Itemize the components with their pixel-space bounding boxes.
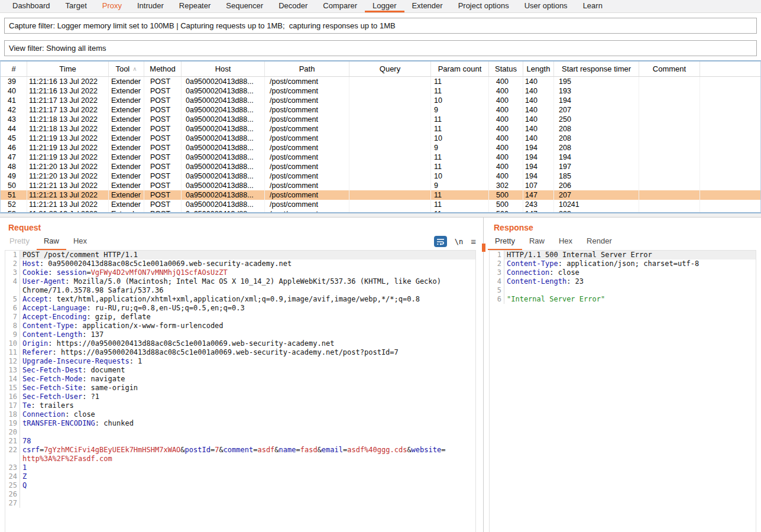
- table-row[interactable]: 5211:21:21 13 Jul 2022ExtenderPOST0a9500…: [1, 200, 760, 209]
- tab-hex[interactable]: Hex: [552, 233, 579, 250]
- request-panel: Request PrettyRawHex \n ≡ 1POST /po: [0, 218, 483, 532]
- table-cell: 243: [523, 200, 554, 209]
- table-cell: /post/comment: [265, 105, 349, 115]
- table-row[interactable]: 4111:21:17 13 Jul 2022ExtenderPOST0a9500…: [1, 96, 760, 105]
- table-cell: POST: [144, 162, 182, 171]
- newline-toggle-icon[interactable]: \n: [455, 238, 463, 246]
- table-cell: POST: [144, 124, 182, 134]
- request-editor[interactable]: 1POST /post/comment HTTP/1.12Host: 0a950…: [5, 250, 476, 532]
- menu-tab-comparer[interactable]: Comparer: [315, 0, 365, 12]
- table-cell: 0a9500020413d88...: [182, 162, 265, 171]
- editor-line: 14Sec-Fetch-Mode: navigate: [5, 375, 475, 384]
- table-cell: 400: [489, 105, 523, 115]
- table-row[interactable]: 4611:21:19 13 Jul 2022ExtenderPOST0a9500…: [1, 143, 760, 153]
- view-filter-bar[interactable]: View filter: Showing all items: [4, 40, 757, 56]
- table-cell: 140: [523, 115, 554, 124]
- table-cell: 400: [489, 96, 523, 105]
- request-tabs: PrettyRawHex \n ≡: [0, 234, 483, 250]
- column-header-param-count[interactable]: Param count: [431, 61, 489, 76]
- column-header-query[interactable]: Query: [349, 61, 431, 76]
- line-content: http%3A%2F%2Fasdf.com: [20, 455, 475, 463]
- column-header-path[interactable]: Path: [265, 61, 349, 76]
- menu-tab-logger[interactable]: Logger: [365, 0, 404, 12]
- table-cell: [639, 86, 700, 96]
- menu-tab-user-options[interactable]: User options: [517, 0, 575, 12]
- tab-hex[interactable]: Hex: [66, 233, 94, 250]
- table-cell: 11: [431, 190, 489, 200]
- table-cell: 11:21:17 13 Jul 2022: [27, 105, 109, 115]
- column-header-method[interactable]: Method: [144, 61, 182, 76]
- table-row[interactable]: 4211:21:17 13 Jul 2022ExtenderPOST0a9500…: [1, 105, 760, 115]
- column-header-host[interactable]: Host: [182, 61, 265, 76]
- horizontal-splitter[interactable]: [0, 213, 761, 218]
- table-cell: 185: [554, 171, 639, 181]
- column-header-label: #: [11, 64, 15, 73]
- menu-tab-extender[interactable]: Extender: [404, 0, 451, 12]
- word-wrap-icon[interactable]: [434, 236, 447, 247]
- response-title: Response: [494, 223, 761, 234]
- table-cell-filler: [700, 77, 760, 86]
- editor-menu-icon[interactable]: ≡: [471, 237, 476, 246]
- table-row[interactable]: 4311:21:18 13 Jul 2022ExtenderPOST0a9500…: [1, 115, 760, 124]
- table-cell: 400: [489, 171, 523, 181]
- table-body: 3911:21:16 13 Jul 2022ExtenderPOST0a9500…: [1, 77, 760, 213]
- table-cell: 11: [431, 162, 489, 171]
- menu-tab-intruder[interactable]: Intruder: [129, 0, 171, 12]
- table-cell: Extender: [109, 153, 144, 162]
- line-number: 24: [5, 472, 20, 481]
- column-header-comment[interactable]: Comment: [639, 61, 700, 76]
- table-cell: [349, 96, 431, 105]
- table-row[interactable]: 4811:21:20 13 Jul 2022ExtenderPOST0a9500…: [1, 162, 760, 171]
- column-header-status[interactable]: Status: [489, 61, 523, 76]
- table-cell: 400: [489, 134, 523, 143]
- response-panel: Response PrettyRawHexRender 1HTTP/1.1 50…: [485, 218, 761, 532]
- menu-tab-target[interactable]: Target: [58, 0, 95, 12]
- response-editor[interactable]: 1HTTP/1.1 500 Internal Server Error2Cont…: [489, 250, 756, 532]
- line-content: [20, 428, 475, 437]
- table-row[interactable]: 4511:21:19 13 Jul 2022ExtenderPOST0a9500…: [1, 134, 760, 143]
- tab-raw[interactable]: Raw: [522, 233, 552, 250]
- table-row[interactable]: 3911:21:16 13 Jul 2022ExtenderPOST0a9500…: [1, 77, 760, 86]
- column-header--[interactable]: #: [1, 61, 27, 76]
- table-row[interactable]: 4911:21:20 13 Jul 2022ExtenderPOST0a9500…: [1, 171, 760, 181]
- line-content: [20, 490, 475, 499]
- line-content: Upgrade-Insecure-Requests: 1: [20, 357, 475, 366]
- menu-tab-repeater[interactable]: Repeater: [171, 0, 218, 12]
- line-number: 4: [5, 277, 20, 286]
- tab-raw[interactable]: Raw: [37, 233, 66, 250]
- menu-tab-learn[interactable]: Learn: [575, 0, 610, 12]
- menu-tab-project-options[interactable]: Project options: [451, 0, 517, 12]
- line-number: 3: [5, 268, 20, 277]
- table-row[interactable]: 4011:21:16 13 Jul 2022ExtenderPOST0a9500…: [1, 86, 760, 96]
- table-row[interactable]: 5111:21:21 13 Jul 2022ExtenderPOST0a9500…: [1, 190, 760, 200]
- column-header-start-response-timer[interactable]: Start response timer: [554, 61, 639, 76]
- table-cell: 11:21:21 13 Jul 2022: [27, 200, 109, 209]
- table-row[interactable]: 4411:21:18 13 Jul 2022ExtenderPOST0a9500…: [1, 124, 760, 134]
- menu-tab-proxy[interactable]: Proxy: [95, 0, 129, 12]
- table-cell: [349, 209, 431, 213]
- capture-filter-bar[interactable]: Capture filter: Logger memory limit set …: [4, 18, 757, 34]
- line-number: 18: [5, 410, 20, 419]
- menu-tab-sequencer[interactable]: Sequencer: [218, 0, 271, 12]
- menu-tab-dashboard[interactable]: Dashboard: [5, 0, 58, 12]
- column-header-tool[interactable]: Tool∧: [109, 61, 144, 76]
- table-cell: [349, 190, 431, 200]
- menu-tab-decoder[interactable]: Decoder: [271, 0, 315, 12]
- table-cell: 10241: [554, 200, 639, 209]
- column-header-length[interactable]: Length: [523, 61, 554, 76]
- column-header-time[interactable]: Time: [27, 61, 109, 76]
- line-number: 5: [5, 295, 20, 304]
- table-cell: 11:21:19 13 Jul 2022: [27, 143, 109, 153]
- table-row[interactable]: 5011:21:21 13 Jul 2022ExtenderPOST0a9500…: [1, 181, 760, 190]
- column-header-filler: [700, 61, 760, 76]
- tab-pretty[interactable]: Pretty: [488, 233, 522, 250]
- tab-render[interactable]: Render: [579, 233, 619, 250]
- table-row[interactable]: 5311:21:22 13 Jul 2022ExtenderPOST0a9500…: [1, 209, 760, 213]
- table-cell: Extender: [109, 115, 144, 124]
- table-cell: [349, 115, 431, 124]
- table-row[interactable]: 4711:21:19 13 Jul 2022ExtenderPOST0a9500…: [1, 153, 760, 162]
- vertical-splitter[interactable]: [483, 218, 485, 532]
- table-cell: 9: [431, 181, 489, 190]
- table-cell: POST: [144, 96, 182, 105]
- table-cell: 147: [523, 190, 554, 200]
